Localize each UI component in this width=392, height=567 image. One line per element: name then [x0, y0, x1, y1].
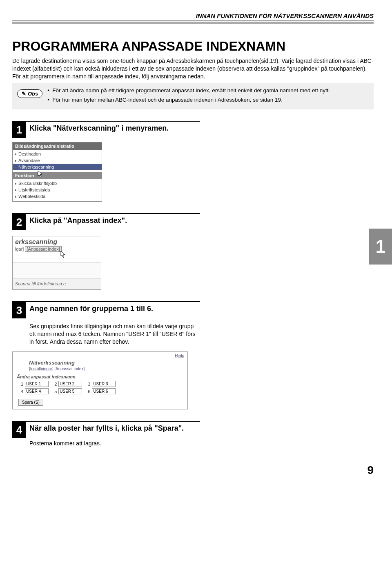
mock2-footer: Scanna till fördefinierad e: [13, 279, 101, 289]
chapter-header-text: INNAN FUNKTIONEN FÖR NÄTVERKSSCANNERN AN…: [196, 12, 374, 19]
note-item: För hur man byter mellan ABC-indexet och…: [47, 96, 330, 104]
mock1-sub-heading: Funktion: [13, 172, 102, 179]
section-tab: 1: [369, 229, 392, 265]
screenshot-breadcrumb: erksscanning igar] [Anpassat index] Scan…: [12, 236, 101, 290]
mock2-spacer: [13, 262, 101, 279]
mock3-field: 1: [21, 381, 49, 387]
mock3-input[interactable]: [25, 381, 49, 387]
mock3-field: 4: [21, 388, 49, 394]
mock1-heading: Bildsändningsadministratio: [13, 142, 102, 150]
mock1-item: Utskriftstestsida: [13, 187, 102, 193]
mock1-item-selected: Nätverksscanning: [13, 164, 102, 170]
step-description: Posterna kommer att lagras.: [29, 440, 201, 447]
step-title: Klicka på "Anpassat index".: [26, 214, 127, 225]
intro-paragraph: De lagrade destinationerna visas som one…: [12, 57, 374, 80]
step-title: När alla poster har fyllts i, klicka på …: [26, 422, 184, 433]
mock1-item: Avsändare: [13, 157, 102, 164]
step-head: 2 Klicka på "Anpassat index".: [12, 213, 200, 230]
mock3-input[interactable]: [92, 388, 116, 394]
page-title: PROGRAMMERA ANPASSADE INDEXNAMN: [12, 39, 374, 54]
mock3-input[interactable]: [58, 388, 82, 394]
mock3-row: 4 5 6: [21, 388, 187, 394]
step-title: Ange namnen för grupperna 1 till 6.: [26, 302, 153, 314]
mock1-item: Skicka utskriftsjobb: [13, 180, 102, 187]
step-title: Klicka "Nätverkscanning" i menyramen.: [26, 122, 169, 133]
step-number: 4: [12, 422, 26, 438]
step-1: 1 Klicka "Nätverkscanning" i menyramen. …: [12, 121, 374, 202]
mock3-field: 3: [88, 381, 116, 387]
step-number: 1: [12, 122, 26, 138]
note-label: Obs: [28, 91, 38, 97]
note-box: ✎ Obs För att ändra namn på ett tidigare…: [12, 83, 374, 110]
step-3: 3 Ange namnen för grupperna 1 till 6. Se…: [12, 301, 374, 409]
step-number: 2: [12, 214, 26, 230]
page-number: 9: [12, 464, 374, 477]
mock3-input[interactable]: [92, 381, 116, 387]
note-badge: ✎ Obs: [17, 89, 42, 98]
cursor-icon: [15, 251, 98, 260]
step-head: 3 Ange namnen för grupperna 1 till 6.: [12, 301, 200, 318]
note-list: För att ändra namn på ett tidigare progr…: [47, 87, 330, 106]
step-description: Sex gruppindex finns tillgängliga och ma…: [29, 322, 201, 346]
mock3-help-link: Hjälp: [13, 352, 187, 358]
mock3-title: Nätverksscanning: [29, 360, 184, 366]
mock2-title: erksscanning: [13, 236, 101, 247]
mock3-row: 1 2 3: [21, 381, 187, 387]
step-head: 4 När alla poster har fyllts i, klicka p…: [12, 421, 200, 438]
screenshot-sidebar-menu: Bildsändningsadministratio Destination A…: [12, 142, 102, 202]
step-head: 1 Klicka "Nätverkscanning" i menyramen.: [12, 121, 200, 138]
note-item: För att ändra namn på ett tidigare progr…: [47, 87, 330, 95]
mock3-crumb-right: [Anpassat index]: [54, 367, 85, 371]
mock3-crumb-left: [Inställningar]: [29, 367, 53, 371]
mock3-field: 2: [54, 381, 82, 387]
pencil-icon: ✎: [22, 91, 26, 97]
mock3-field: 5: [54, 388, 82, 394]
mock3-input[interactable]: [25, 388, 49, 394]
mock3-field: 6: [88, 388, 116, 394]
mock1-item: Destination: [13, 151, 102, 157]
step-number: 3: [12, 302, 26, 318]
step-4: 4 När alla poster har fyllts i, klicka p…: [12, 421, 374, 447]
mock1-item: Webbtestsida: [13, 193, 102, 200]
mock3-subtitle: Ändra anpassat indexnamn: [17, 374, 187, 379]
mock2-crumb-prefix: igar]: [15, 247, 24, 251]
mock3-input[interactable]: [58, 381, 82, 387]
mock3-save-button: Spara (S): [18, 399, 43, 406]
mock2-crumb: igar] [Anpassat index]: [13, 247, 101, 262]
mock3-crumb: [Inställningar] [Anpassat index]: [29, 367, 184, 371]
screenshot-form: Hjälp Nätverksscanning [Inställningar] […: [12, 351, 188, 409]
chapter-header: INNAN FUNKTIONEN FÖR NÄTVERKSSCANNERN AN…: [12, 12, 374, 24]
mock2-crumb-box: [Anpassat index]: [25, 246, 61, 252]
step-2: 2 Klicka på "Anpassat index". erksscanni…: [12, 213, 374, 290]
